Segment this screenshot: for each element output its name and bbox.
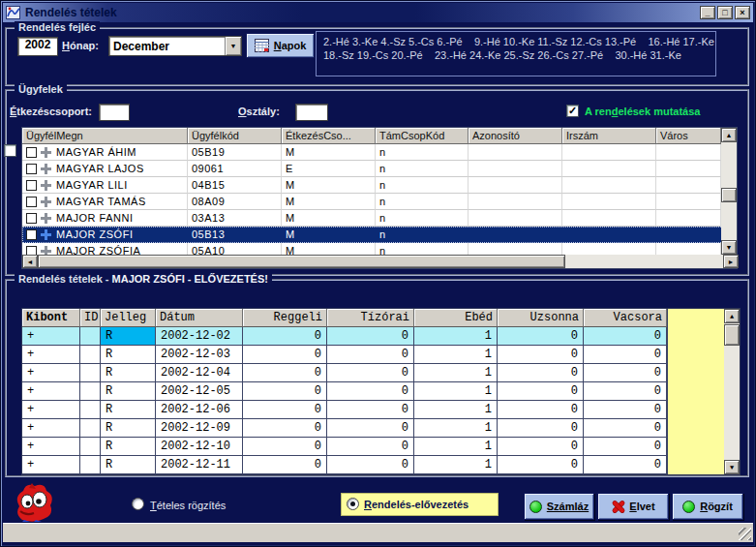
order-tizorai[interactable]: 0 (327, 419, 414, 438)
select-all-checkbox[interactable] (4, 144, 16, 157)
order-ebed[interactable]: 1 (414, 438, 498, 456)
column-header-kibont[interactable]: Kibont (22, 309, 80, 327)
order-ebed[interactable]: 1 (414, 401, 498, 419)
order-reggeli[interactable]: 0 (243, 419, 327, 438)
customers-vscroll-thumb[interactable] (721, 188, 737, 202)
order-kibont[interactable]: + (22, 419, 80, 438)
scroll-up-icon[interactable]: ▲ (724, 309, 740, 323)
customers-hscroll-thumb[interactable] (38, 255, 565, 268)
combo-dropdown-icon[interactable]: ▼ (225, 37, 241, 55)
row-checkbox[interactable] (26, 229, 37, 240)
column-header-uzsonna[interactable]: Uzsonna (498, 309, 584, 327)
order-kibont[interactable]: + (22, 438, 80, 456)
itemized-mode-radio[interactable] (132, 498, 144, 510)
invoice-button[interactable]: Számláz (524, 493, 594, 520)
row-checkbox[interactable] (26, 246, 37, 256)
customers-vertical-scrollbar[interactable]: ▲ ▼ (721, 128, 737, 255)
order-jelleg[interactable]: R (101, 456, 156, 474)
order-reggeli[interactable]: 0 (243, 401, 327, 419)
days-button[interactable]: Napok (246, 33, 315, 58)
customer-row[interactable]: MAJOR ZSÓFI 05B13 M n (22, 227, 737, 243)
order-tizorai[interactable]: 0 (327, 438, 414, 456)
order-uzsonna[interactable]: 0 (498, 382, 584, 401)
column-header-tizorai[interactable]: Tízórai (327, 309, 414, 327)
scroll-left-icon[interactable]: ◄ (22, 255, 38, 268)
customer-row[interactable]: MAJOR ZSÓFIA 05A10 M n (22, 243, 737, 255)
order-vacsora[interactable]: 0 (584, 401, 667, 419)
order-jelleg[interactable]: R (101, 346, 156, 364)
customer-row[interactable]: MAGYAR LILI 04B15 M n (22, 177, 737, 194)
save-button[interactable]: Rögzít (672, 493, 743, 520)
order-kibont[interactable]: + (22, 327, 80, 346)
column-header-azonosito[interactable]: Azonosító (469, 128, 562, 144)
order-reggeli[interactable]: 0 (243, 438, 327, 456)
month-combobox[interactable]: December ▼ (108, 36, 242, 56)
order-row[interactable]: + R 2002-12-05 0 0 1 0 0 (22, 382, 740, 401)
order-ebed[interactable]: 1 (414, 456, 498, 474)
order-uzsonna[interactable]: 0 (498, 401, 584, 419)
order-tizorai[interactable]: 0 (327, 401, 414, 419)
order-reggeli[interactable]: 0 (243, 456, 327, 474)
order-row[interactable]: + R 2002-12-11 0 0 1 0 0 (22, 456, 740, 474)
order-jelleg[interactable]: R (101, 438, 156, 456)
order-row[interactable]: + R 2002-12-06 0 0 1 0 0 (22, 401, 740, 419)
order-kibont[interactable]: + (22, 382, 80, 401)
order-jelleg[interactable]: R (101, 401, 156, 419)
scroll-right-icon[interactable]: ► (723, 255, 739, 268)
order-tizorai[interactable]: 0 (327, 382, 414, 401)
order-tizorai[interactable]: 0 (327, 364, 414, 382)
order-uzsonna[interactable]: 0 (498, 419, 584, 438)
column-header-irszam[interactable]: Irszám (562, 128, 656, 144)
order-row[interactable]: + R 2002-12-04 0 0 1 0 0 (22, 364, 740, 382)
column-header-ebed[interactable]: Ebéd (414, 309, 498, 327)
order-kibont[interactable]: + (22, 456, 80, 474)
customer-row[interactable]: MAGYAR TAMÁS 08A09 M n (22, 194, 737, 210)
maximize-button[interactable]: □ (717, 6, 733, 19)
class-input[interactable] (295, 104, 328, 121)
scroll-down-icon[interactable]: ▼ (721, 240, 737, 255)
order-uzsonna[interactable]: 0 (498, 456, 584, 474)
order-vacsora[interactable]: 0 (584, 419, 667, 438)
column-header-varos[interactable]: Város (656, 128, 721, 144)
row-checkbox[interactable] (26, 164, 37, 174)
row-checkbox[interactable] (26, 197, 37, 207)
order-ebed[interactable]: 1 (414, 419, 498, 438)
order-ebed[interactable]: 1 (414, 327, 498, 346)
show-orders-checkbox[interactable]: ✓ (566, 105, 579, 117)
order-reggeli[interactable]: 0 (243, 327, 327, 346)
row-checkbox[interactable] (26, 180, 37, 191)
order-row[interactable]: + R 2002-12-03 0 0 1 0 0 (22, 346, 740, 364)
order-kibont[interactable]: + (22, 364, 80, 382)
column-header-ugyfelmegn[interactable]: ÜgyfélMegn (22, 128, 188, 144)
discard-button[interactable]: Elvet (597, 493, 669, 520)
order-kibont[interactable]: + (22, 346, 80, 364)
order-row[interactable]: + R 2002-12-10 0 0 1 0 0 (22, 438, 740, 456)
order-jelleg[interactable]: R (101, 327, 156, 346)
customer-row[interactable]: MAJOR FANNI 03A13 M n (22, 210, 737, 227)
order-reggeli[interactable]: 0 (243, 346, 327, 364)
column-header-id[interactable]: ID (80, 309, 101, 327)
order-tizorai[interactable]: 0 (327, 327, 414, 346)
order-reggeli[interactable]: 0 (243, 382, 327, 401)
orders-vertical-scrollbar[interactable]: ▲ ▼ (724, 309, 740, 474)
order-uzsonna[interactable]: 0 (498, 327, 584, 346)
customer-row[interactable]: MAGYAR LAJOS 09061 E n (22, 161, 737, 177)
order-vacsora[interactable]: 0 (584, 364, 667, 382)
resize-grip[interactable] (739, 528, 751, 540)
column-header-etkezescso[interactable]: ÉtkezésCso... (282, 128, 376, 144)
meal-group-input[interactable] (99, 104, 130, 121)
order-vacsora[interactable]: 0 (584, 438, 667, 456)
title-bar[interactable]: Rendelés tételek _ □ × (3, 3, 753, 22)
year-input[interactable]: 2002 (17, 37, 58, 56)
order-uzsonna[interactable]: 0 (498, 438, 584, 456)
close-button[interactable]: × (735, 6, 750, 19)
customers-horizontal-scrollbar[interactable]: ◄ ► (22, 255, 739, 268)
order-uzsonna[interactable]: 0 (498, 346, 584, 364)
order-row[interactable]: + R 2002-12-09 0 0 1 0 0 (22, 419, 740, 438)
customer-row[interactable]: MAGYAR ÁHIM 05B19 M n (22, 144, 737, 161)
scroll-down-icon[interactable]: ▼ (724, 460, 740, 474)
order-kibont[interactable]: + (22, 401, 80, 419)
order-uzsonna[interactable]: 0 (498, 364, 584, 382)
order-vacsora[interactable]: 0 (584, 456, 667, 474)
order-row[interactable]: + R 2002-12-02 0 0 1 0 0 (22, 327, 740, 346)
